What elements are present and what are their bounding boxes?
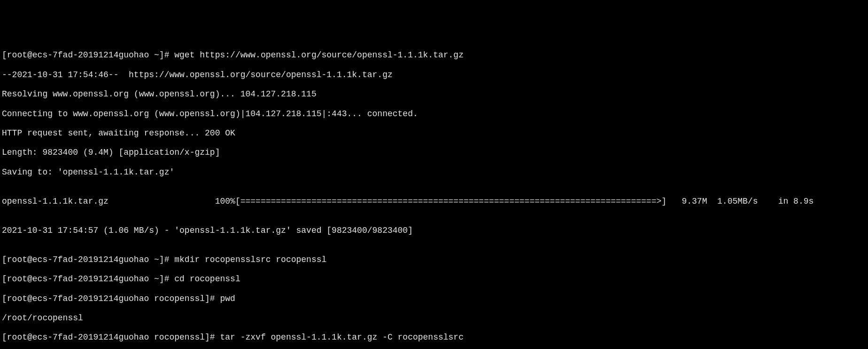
terminal-line: [root@ecs-7fad-20191214guohao ~]# mkdir … bbox=[2, 255, 866, 265]
terminal-line: [root@ecs-7fad-20191214guohao ~]# wget h… bbox=[2, 50, 866, 60]
terminal-line: Resolving www.openssl.org (www.openssl.o… bbox=[2, 89, 866, 99]
terminal-line: Saving to: 'openssl-1.1.1k.tar.gz' bbox=[2, 167, 866, 177]
terminal-line: HTTP request sent, awaiting response... … bbox=[2, 128, 866, 138]
terminal-line: [root@ecs-7fad-20191214guohao rocopenssl… bbox=[2, 333, 866, 342]
terminal-line: openssl-1.1.1k.tar.gz 100%[=============… bbox=[2, 197, 866, 206]
terminal-line: --2021-10-31 17:54:46-- https://www.open… bbox=[2, 70, 866, 80]
terminal-output[interactable]: [root@ecs-7fad-20191214guohao ~]# wget h… bbox=[2, 41, 866, 349]
terminal-line: Length: 9823400 (9.4M) [application/x-gz… bbox=[2, 148, 866, 158]
terminal-line: Connecting to www.openssl.org (www.opens… bbox=[2, 109, 866, 119]
terminal-line: /root/rocopenssl bbox=[2, 313, 866, 323]
terminal-line: [root@ecs-7fad-20191214guohao rocopenssl… bbox=[2, 294, 866, 304]
terminal-line: 2021-10-31 17:54:57 (1.06 MB/s) - 'opens… bbox=[2, 226, 866, 236]
terminal-line: [root@ecs-7fad-20191214guohao ~]# cd roc… bbox=[2, 274, 866, 284]
